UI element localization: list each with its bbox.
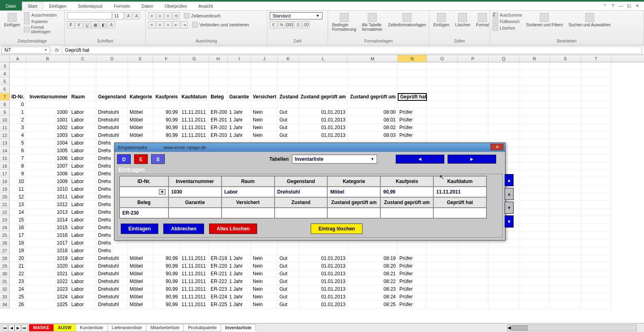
- tab-insert[interactable]: Einfügen: [43, 2, 72, 10]
- cell[interactable]: Nein: [251, 116, 278, 124]
- cell[interactable]: [550, 124, 581, 132]
- cell[interactable]: [427, 301, 458, 309]
- cell[interactable]: [128, 85, 153, 93]
- cell[interactable]: Labor: [70, 139, 96, 147]
- row-header[interactable]: 32: [0, 285, 10, 293]
- cell[interactable]: [550, 62, 581, 70]
- cell[interactable]: [96, 78, 128, 85]
- cell[interactable]: [153, 101, 180, 109]
- cell[interactable]: [488, 109, 519, 116]
- cell[interactable]: [488, 293, 519, 301]
- cell[interactable]: [581, 293, 612, 301]
- cell[interactable]: 1013: [26, 209, 70, 216]
- cell[interactable]: 9: [10, 170, 26, 178]
- cell[interactable]: [128, 70, 153, 78]
- row-header[interactable]: 20: [0, 193, 10, 201]
- cell[interactable]: [398, 62, 427, 70]
- row-header[interactable]: 21: [0, 201, 10, 209]
- cell[interactable]: Drehstuhl: [96, 109, 128, 116]
- cell[interactable]: 1019: [26, 255, 70, 262]
- cell[interactable]: 1002: [26, 124, 70, 132]
- cell[interactable]: Kaufdatum: [180, 93, 209, 101]
- cell[interactable]: Drehstuhl: [96, 132, 128, 139]
- cell[interactable]: [581, 93, 612, 101]
- cell[interactable]: [70, 101, 96, 109]
- form-input-gar[interactable]: [168, 208, 222, 218]
- cell[interactable]: [519, 124, 550, 132]
- prev-record-button[interactable]: ◄: [396, 155, 444, 164]
- dialog-close-button[interactable]: ✕: [490, 144, 503, 150]
- row-header[interactable]: 25: [0, 232, 10, 239]
- cell[interactable]: Prüfer: [398, 109, 427, 116]
- cell[interactable]: 0: [10, 101, 26, 109]
- cell[interactable]: [458, 293, 488, 301]
- form-input-raum[interactable]: Labor: [222, 187, 275, 197]
- cell[interactable]: [519, 293, 550, 301]
- delete-cells-button[interactable]: Löschen: [453, 12, 472, 28]
- cell[interactable]: 08:00: [348, 109, 398, 116]
- cell[interactable]: Drehstuhl: [96, 116, 128, 124]
- cell[interactable]: [550, 85, 581, 93]
- cell[interactable]: [228, 101, 251, 109]
- cell[interactable]: [458, 285, 488, 293]
- cell[interactable]: [427, 62, 458, 70]
- cell[interactable]: [581, 193, 612, 201]
- paste-button[interactable]: Einfügen: [2, 12, 21, 28]
- cell[interactable]: [581, 109, 612, 116]
- conditional-formatting-button[interactable]: Bedingte Formatierung: [331, 12, 358, 32]
- sheet-tab-kundenliste[interactable]: Kundenliste: [75, 324, 108, 332]
- cell[interactable]: [581, 232, 612, 239]
- row-header[interactable]: 26: [0, 239, 10, 247]
- cell[interactable]: 11.11.2011: [180, 255, 209, 262]
- column-header-K[interactable]: K: [278, 55, 299, 62]
- cell[interactable]: [458, 255, 488, 262]
- cell[interactable]: 11.11.2011: [180, 116, 209, 124]
- dialog-titlebar[interactable]: Eingabemaske www.excel-.npage.de ✕: [115, 143, 505, 152]
- tab-view[interactable]: Ansicht: [193, 2, 219, 10]
- cell[interactable]: 08:02: [348, 124, 398, 132]
- cell[interactable]: [519, 70, 550, 78]
- cell[interactable]: Gut: [278, 270, 299, 278]
- cell[interactable]: [488, 93, 519, 101]
- cell[interactable]: 24: [10, 285, 26, 293]
- cell[interactable]: 01.01.2013: [299, 262, 348, 270]
- sheet-tab-ausw[interactable]: AUSW: [53, 324, 76, 332]
- row-header[interactable]: 23: [0, 216, 10, 224]
- cell[interactable]: [488, 124, 519, 132]
- cell[interactable]: 01.01.2013: [299, 285, 348, 293]
- row-header[interactable]: 5: [0, 78, 10, 85]
- cell[interactable]: [398, 101, 427, 109]
- cell[interactable]: 2: [10, 116, 26, 124]
- cell[interactable]: [427, 85, 458, 93]
- cell[interactable]: 1008: [26, 170, 70, 178]
- cell[interactable]: [209, 101, 228, 109]
- form-input-id[interactable]: ▼: [119, 187, 168, 197]
- cell[interactable]: [519, 255, 550, 262]
- next-record-button[interactable]: ►: [448, 155, 496, 164]
- cell[interactable]: [581, 270, 612, 278]
- cell[interactable]: [581, 247, 612, 255]
- cell[interactable]: [488, 62, 519, 70]
- currency-button[interactable]: €: [270, 21, 277, 28]
- column-header-D[interactable]: D: [96, 55, 128, 62]
- cell[interactable]: 1003: [26, 132, 70, 139]
- cell[interactable]: Labor: [70, 278, 96, 285]
- cell[interactable]: 21: [10, 262, 26, 270]
- align-bottom-button[interactable]: ≡: [164, 12, 172, 19]
- cell[interactable]: 16: [10, 224, 26, 232]
- form-input-um[interactable]: [380, 208, 433, 218]
- cell[interactable]: Labor: [70, 178, 96, 185]
- sheet-tab-mitarbeiterliste[interactable]: Mitarbeiterliste: [146, 324, 184, 332]
- cell[interactable]: [519, 232, 550, 239]
- cell[interactable]: [153, 78, 180, 85]
- cell[interactable]: [581, 201, 612, 209]
- cell[interactable]: 1: [10, 109, 26, 116]
- cell[interactable]: Nein: [251, 262, 278, 270]
- cell[interactable]: [209, 85, 228, 93]
- column-header-G[interactable]: G: [180, 55, 209, 62]
- cell[interactable]: [550, 247, 581, 255]
- cell[interactable]: [581, 62, 612, 70]
- minimize-ribbon-icon[interactable]: ⌃: [602, 3, 608, 9]
- cell[interactable]: Möbel: [128, 124, 153, 132]
- cell[interactable]: 17: [10, 232, 26, 239]
